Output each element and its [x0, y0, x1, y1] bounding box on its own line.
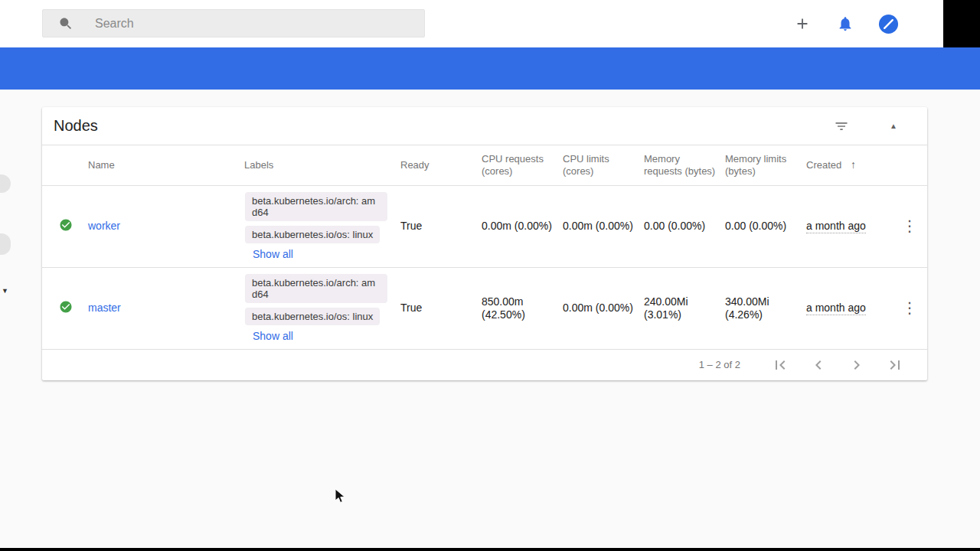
row-menu-button[interactable]: ⋮: [902, 218, 917, 233]
column-header-cpu-limits[interactable]: CPU limits (cores): [563, 145, 644, 185]
nav-drawer-caret-icon[interactable]: ▼: [2, 287, 8, 295]
user-avatar-button[interactable]: [877, 13, 899, 34]
screen-edge-black-corner: [943, 0, 980, 47]
labels-cell: beta.kubernetes.io/arch: amd64 beta.kube…: [244, 192, 391, 261]
node-name-link[interactable]: worker: [88, 220, 120, 232]
nav-drawer-sliver-item: [0, 174, 11, 193]
notifications-button[interactable]: [835, 13, 856, 34]
cpu-requests-value: 0.00m (0.00%): [482, 185, 563, 267]
search-box[interactable]: [42, 9, 425, 37]
created-value: a month ago: [806, 302, 866, 315]
label-chip: beta.kubernetes.io/arch: amd64: [245, 274, 387, 303]
memory-requests-value: 0.00 (0.00%): [644, 185, 725, 267]
table-row-worker: worker beta.kubernetes.io/arch: amd64 be…: [42, 185, 927, 267]
column-header-ready[interactable]: Ready: [400, 145, 482, 185]
node-name-link[interactable]: master: [88, 302, 121, 314]
column-header-created[interactable]: Created ↑: [806, 145, 892, 185]
create-button[interactable]: [792, 13, 813, 34]
search-input[interactable]: [95, 17, 386, 31]
topbar-actions: [792, 0, 899, 47]
last-page-button[interactable]: [886, 356, 904, 374]
cpu-limits-value: 0.00m (0.00%): [563, 185, 644, 267]
filter-list-icon: [834, 119, 849, 134]
topbar: [0, 0, 943, 47]
row-menu-button[interactable]: ⋮: [902, 300, 917, 315]
user-avatar-icon: [878, 14, 899, 34]
column-header-labels[interactable]: Labels: [244, 145, 400, 185]
sort-ascending-icon: ↑: [851, 158, 856, 171]
cpu-limits-value: 0.00m (0.00%): [563, 267, 644, 349]
chevron-left-icon: [809, 356, 828, 374]
label-chip: beta.kubernetes.io/os: linux: [245, 308, 380, 325]
prev-page-button[interactable]: [809, 356, 828, 374]
table-row-master: master beta.kubernetes.io/arch: amd64 be…: [42, 267, 927, 349]
column-header-cpu-requests[interactable]: CPU requests (cores): [482, 145, 563, 185]
filter-button[interactable]: [831, 116, 852, 137]
memory-limits-value: 0.00 (0.00%): [725, 185, 806, 267]
column-header-memory-requests[interactable]: Memory requests (bytes): [644, 145, 725, 185]
column-header-status: [42, 145, 88, 185]
show-all-link[interactable]: Show all: [253, 248, 293, 261]
chevron-right-icon: [848, 356, 866, 374]
label-chip: beta.kubernetes.io/os: linux: [245, 226, 380, 243]
main-content: ▼ Nodes ▲: [0, 90, 980, 548]
search-icon: [58, 16, 74, 31]
nodes-card-header: Nodes ▲: [42, 107, 927, 145]
column-header-actions: [892, 145, 927, 185]
labels-cell: beta.kubernetes.io/arch: amd64 beta.kube…: [244, 274, 391, 343]
collapse-arrow-icon: ▲: [890, 122, 897, 130]
screen-edge-bottom-bar: [0, 548, 980, 551]
table-header-row: Name Labels Ready CPU requests (cores) C…: [42, 145, 927, 185]
nodes-card: Nodes ▲: [42, 107, 927, 380]
cpu-requests-value: 850.00m (42.50%): [482, 267, 563, 349]
bell-icon: [837, 15, 854, 32]
first-page-icon: [771, 356, 789, 374]
status-ok-icon: [59, 218, 73, 232]
ready-value: True: [400, 267, 482, 349]
first-page-button[interactable]: [771, 356, 789, 374]
pagination: 1 – 2 of 2: [42, 350, 927, 380]
nodes-table: Name Labels Ready CPU requests (cores) C…: [42, 145, 927, 350]
status-ok-icon: [59, 300, 73, 314]
nav-drawer-sliver-item: [0, 233, 11, 255]
app-window: ▼ Nodes ▲: [0, 0, 980, 551]
memory-limits-value: 340.00Mi (4.26%): [725, 267, 806, 349]
column-header-memory-limits[interactable]: Memory limits (bytes): [725, 145, 806, 185]
pagination-range-label: 1 – 2 of 2: [699, 359, 740, 370]
column-header-created-label: Created: [806, 159, 841, 171]
card-title: Nodes: [54, 117, 831, 135]
next-page-button[interactable]: [848, 356, 866, 374]
memory-requests-value: 240.00Mi (3.01%): [644, 267, 725, 349]
ready-value: True: [400, 185, 482, 267]
show-all-link[interactable]: Show all: [253, 330, 293, 343]
plus-icon: [794, 15, 811, 32]
collapse-card-button[interactable]: ▲: [883, 116, 904, 137]
header-blue-band: [0, 47, 980, 90]
last-page-icon: [886, 356, 904, 374]
column-header-name[interactable]: Name: [88, 145, 244, 185]
created-value: a month ago: [806, 220, 866, 233]
label-chip: beta.kubernetes.io/arch: amd64: [245, 192, 387, 221]
